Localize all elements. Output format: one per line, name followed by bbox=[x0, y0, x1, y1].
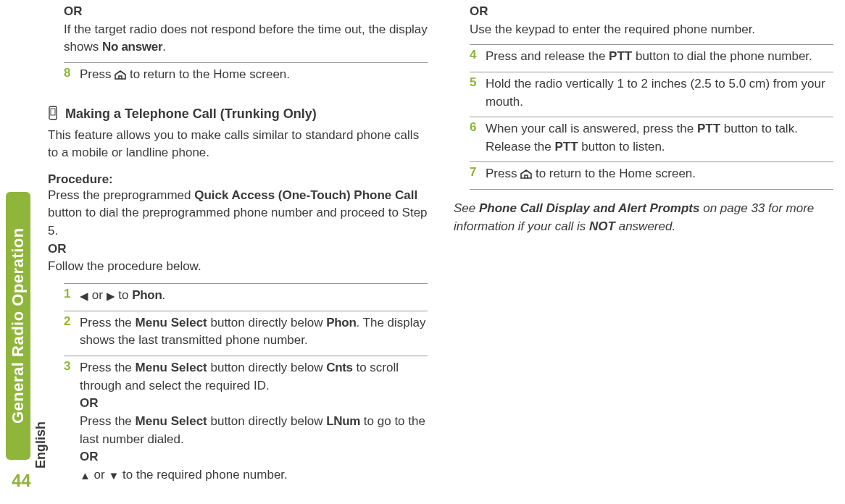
chapter-side-tab: General Radio Operation bbox=[6, 192, 30, 460]
footer-note: See Phone Call Display and Alert Prompts… bbox=[454, 200, 833, 235]
step-6-row: 6 When your call is answered, press the … bbox=[470, 117, 833, 161]
svg-rect-1 bbox=[51, 109, 55, 115]
step-2-num: 2 bbox=[64, 314, 75, 329]
note-bold-1: Phone Call Display and Alert Prompts bbox=[479, 201, 700, 215]
right-arrow-icon: ▶ bbox=[107, 290, 115, 302]
step-8-body: Press to return to the Home screen. bbox=[75, 66, 428, 84]
step-5-num: 5 bbox=[470, 75, 481, 90]
step-1-row: 1 ◀ or ▶ to Phon. bbox=[64, 283, 428, 311]
down-arrow-icon: ▼ bbox=[108, 469, 119, 481]
page-root: General Radio Operation 44 English OR If… bbox=[0, 0, 845, 504]
step-1-body: ◀ or ▶ to Phon. bbox=[75, 287, 428, 305]
home-icon-2 bbox=[520, 167, 532, 180]
step-8-row: 8 Press to return to the Home screen. bbox=[64, 62, 428, 90]
home-icon bbox=[115, 67, 126, 81]
left-arrow-icon: ◀ bbox=[80, 290, 88, 302]
step-1-num: 1 bbox=[64, 287, 75, 301]
step-4-body: Press and release the PTT button to dial… bbox=[481, 48, 833, 66]
step-7-body: Press to return to the Home screen. bbox=[481, 165, 833, 183]
section-intro: This feature allows you to make calls si… bbox=[48, 127, 428, 162]
section-heading: Making a Telephone Call (Trunking Only) bbox=[48, 106, 428, 122]
step-4-row: 4 Press and release the PTT button to di… bbox=[470, 44, 833, 72]
ptt-bold: PTT bbox=[609, 49, 632, 63]
step-7-row: 7 Press to return to the Home screen. bbox=[470, 161, 833, 190]
display-term-phon: Phon bbox=[132, 288, 162, 302]
right-column: OR Use the keypad to enter the required … bbox=[454, 3, 833, 490]
step-3-num: 3 bbox=[64, 359, 75, 374]
step-6-body: When your call is answered, press the PT… bbox=[481, 120, 833, 156]
step-3-body: Press the Menu Select button directly be… bbox=[75, 359, 428, 484]
continuation-block: OR If the target radio does not respond … bbox=[64, 3, 428, 62]
chapter-label: General Radio Operation bbox=[9, 228, 28, 424]
or-text-right: OR bbox=[470, 4, 488, 18]
up-arrow-icon: ▲ bbox=[80, 469, 91, 481]
display-term-phon-2: Phon bbox=[326, 316, 356, 329]
language-label: English bbox=[33, 421, 49, 469]
step-5-row: 5 Hold the radio vertically 1 to 2 inche… bbox=[470, 72, 833, 117]
step-8-num: 8 bbox=[64, 66, 75, 80]
display-term-lnum: LNum bbox=[326, 414, 360, 428]
note-bold-not: NOT bbox=[589, 219, 615, 233]
quick-access-bold: Quick Access (One-Touch) Phone Call bbox=[194, 188, 417, 202]
left-column: OR If the target radio does not respond … bbox=[48, 3, 428, 490]
step-2-row: 2 Press the Menu Select button directly … bbox=[64, 311, 428, 356]
or-text: OR bbox=[64, 4, 83, 18]
display-term-no-answer: No answer bbox=[102, 40, 162, 54]
section-title: Making a Telephone Call (Trunking Only) bbox=[65, 106, 317, 122]
step-7-num: 7 bbox=[470, 165, 481, 180]
procedure-label: Procedure: bbox=[48, 172, 428, 187]
procedure-body: Press the preprogrammed Quick Access (On… bbox=[48, 187, 428, 276]
display-term-cnts: Cnts bbox=[326, 361, 353, 374]
phone-section-icon bbox=[48, 106, 58, 122]
procedure-or: OR bbox=[48, 242, 67, 256]
lead-text-right: Use the keypad to enter the required pho… bbox=[470, 22, 755, 36]
step-4-num: 4 bbox=[470, 48, 481, 62]
continuation-block-right: OR Use the keypad to enter the required … bbox=[470, 3, 833, 44]
step-2-body: Press the Menu Select button directly be… bbox=[75, 314, 428, 350]
step-5-body: Hold the radio vertically 1 to 2 inches … bbox=[481, 75, 833, 111]
page-number: 44 bbox=[12, 471, 31, 491]
lead-text: If the target radio does not respond bef… bbox=[64, 22, 428, 54]
step-3-row: 3 Press the Menu Select button directly … bbox=[64, 356, 428, 490]
step-6-num: 6 bbox=[470, 120, 481, 135]
